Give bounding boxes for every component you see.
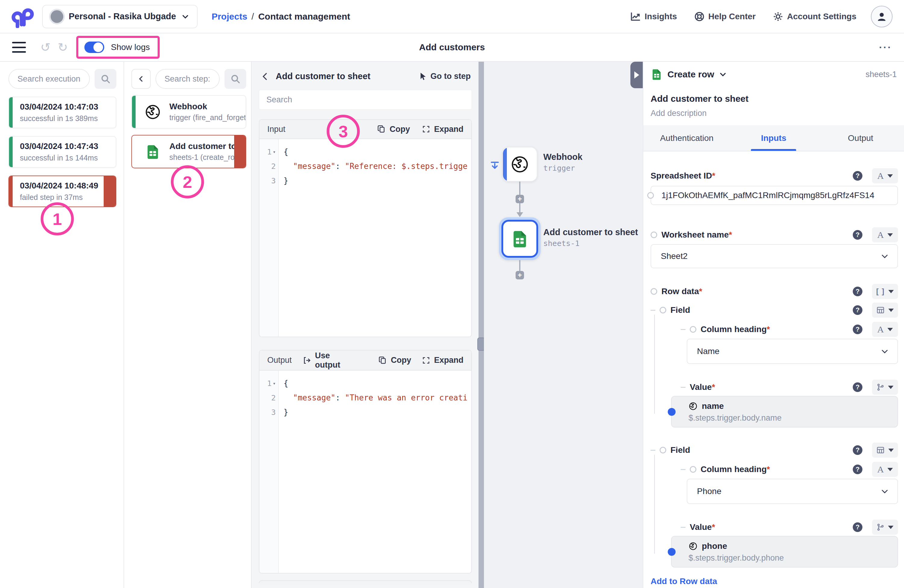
breadcrumb-separator: / [251,11,254,22]
help-icon[interactable]: ? [853,305,863,315]
execution-item[interactable]: 03/04/2024 10:47:43 successful in 1s 144… [8,136,116,168]
add-to-row-data-link[interactable]: Add to Row data [651,577,717,586]
chevron-down-icon [880,487,889,496]
main-content: 03/04/2024 10:47:03 successful in 1s 389… [0,62,904,588]
node-title: Webhook [543,152,583,162]
execution-item[interactable]: 03/04/2024 10:47:03 successful in 1s 389… [8,97,116,128]
add-description-placeholder[interactable]: Add description [651,109,897,118]
prop-type-button[interactable] [872,380,898,395]
prop-type-button[interactable] [872,303,898,318]
copy-output-button[interactable]: Copy [378,356,411,365]
prop-radio[interactable] [651,232,657,238]
spreadsheet-id-input[interactable] [651,186,898,205]
search-steps-button[interactable] [224,69,246,89]
help-icon[interactable]: ? [853,325,863,334]
detail-search-input[interactable] [259,90,472,110]
webhook-node[interactable] [502,147,537,181]
input-code-editor[interactable]: { "message": "Reference: $.steps.trigge … [279,139,471,337]
code-line: "message": "Reference: $.steps.trigge [284,159,471,173]
help-icon[interactable]: ? [853,445,863,455]
panel-resize-divider[interactable] [479,62,484,588]
account-settings-label: Account Settings [787,12,857,21]
collapse-panel-tab[interactable] [631,62,643,88]
help-icon[interactable]: ? [853,522,863,532]
collapse-steps-button[interactable] [131,69,151,89]
worksheet-select[interactable]: Sheet2 [651,244,898,268]
workspace-selector[interactable]: Personal - Rasika Ubgade [42,5,198,28]
expand-label: Expand [434,125,463,134]
redo-icon[interactable]: ↻ [58,41,68,53]
use-output-button[interactable]: Use output [303,351,357,370]
action-selector[interactable]: Create row [667,69,714,79]
sheets-node-selected[interactable] [499,218,541,260]
value-expression[interactable]: name $.steps.trigger.body.name [671,396,898,427]
help-icon[interactable]: ? [853,171,863,181]
prop-type-button[interactable]: A [872,462,898,477]
copy-label: Copy [391,356,411,365]
back-icon[interactable] [261,72,270,81]
breadcrumb-projects-link[interactable]: Projects [212,11,247,22]
output-section: Output Use output Copy Expand [259,350,472,574]
prop-type-button[interactable]: [ ] [872,284,898,299]
fold-caret-icon[interactable]: ▾ [273,381,276,386]
column-heading-select[interactable]: Name [687,339,898,364]
add-step-button[interactable]: + [515,195,524,203]
add-step-button[interactable]: + [515,271,524,279]
search-executions-input[interactable] [8,69,90,89]
execution-item-failed[interactable]: 03/04/2024 10:48:49 failed step in 37ms [8,175,116,207]
copy-input-button[interactable]: Copy [377,125,410,134]
search-steps-input[interactable] [155,69,220,89]
help-center-button[interactable]: Help Center [694,11,756,22]
expand-input-button[interactable]: Expand [422,125,463,134]
search-executions-button[interactable] [95,69,116,89]
prop-type-button[interactable]: A [872,168,898,183]
prop-radio[interactable] [660,447,666,453]
prop-type-button[interactable] [872,443,898,458]
column-heading-select[interactable]: Phone [687,479,898,504]
expand-icon [422,125,430,133]
fold-caret-icon[interactable]: ▾ [273,149,276,155]
pipedream-logo-icon[interactable] [9,5,35,28]
go-to-step-button[interactable]: Go to step [418,72,471,81]
step-item-sheets[interactable]: Add customer to s... sheets-1 (create_ro… [131,135,246,168]
tab-authentication[interactable]: Authentication [643,125,730,151]
step-item-webhook[interactable]: Webhook trigger (fire_and_forget) [131,95,246,129]
tree-dash [681,387,686,388]
prop-type-button[interactable]: A [872,322,898,337]
expand-output-button[interactable]: Expand [422,356,463,365]
prop-type-button[interactable]: A [872,227,898,242]
prop-radio[interactable] [690,466,696,473]
line-number-gutter: 1▾ 2 3 [259,370,279,573]
undo-icon[interactable]: ↺ [40,41,51,53]
help-icon[interactable]: ? [853,382,863,392]
step-detail-panel: Add customer to sheet Go to step Input C… [251,62,479,588]
user-avatar[interactable] [871,6,893,27]
more-options-icon[interactable]: ··· [879,41,892,53]
code-line: { [284,145,471,159]
value-expression[interactable]: phone $.steps.trigger.body.phone [671,536,898,568]
step-config-panel: Create row sheets-1 Add customer to shee… [643,62,904,588]
caret-down-icon [888,526,893,529]
help-icon[interactable]: ? [853,287,863,296]
workflow-canvas[interactable]: Webhook trigger + Add customer to sheet … [484,62,643,588]
output-code-editor[interactable]: { "message": "There was an error creati … [279,370,471,573]
jump-to-top-icon[interactable] [490,160,500,171]
prop-radio[interactable] [660,307,666,314]
prop-radio[interactable] [651,288,657,295]
tab-inputs[interactable]: Inputs [730,125,817,151]
menu-icon[interactable] [12,42,26,53]
steps-panel: Webhook trigger (fire_and_forget) Add cu… [124,62,251,588]
prop-radio[interactable] [690,326,696,333]
tab-output[interactable]: Output [817,125,904,151]
webhook-node-label: Webhook trigger [543,152,583,172]
help-icon[interactable]: ? [853,465,863,474]
use-output-label: Use output [315,351,357,370]
config-step-title[interactable]: Add customer to sheet [651,94,897,104]
insights-button[interactable]: Insights [630,11,677,22]
prop-radio[interactable] [647,192,654,199]
show-logs-toggle[interactable] [84,41,104,53]
input-section-label: Input [267,125,285,134]
prop-type-button[interactable] [872,520,898,535]
help-icon[interactable]: ? [853,230,863,240]
account-settings-button[interactable]: Account Settings [773,11,857,22]
